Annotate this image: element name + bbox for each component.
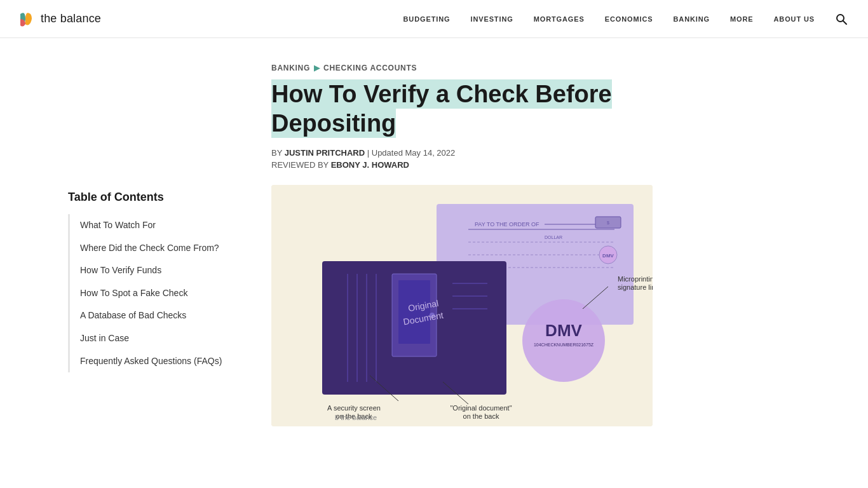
svg-text:DMV: DMV <box>545 321 582 340</box>
nav-more[interactable]: MORE <box>720 0 764 38</box>
svg-text:on the back: on the back <box>463 412 499 420</box>
toc-list: What To Watch For Where Did the Check Co… <box>68 214 246 372</box>
svg-text:$: $ <box>607 220 609 225</box>
svg-point-29 <box>522 299 605 382</box>
updated-date: | <box>367 148 372 158</box>
breadcrumb: BANKING ▶ CHECKING ACCOUNTS <box>271 64 800 72</box>
search-button[interactable] <box>830 8 853 30</box>
svg-text:b the balance: b the balance <box>335 414 377 421</box>
nav-investing[interactable]: INVESTING <box>460 0 523 38</box>
breadcrumb-arrow: ▶ <box>314 64 320 72</box>
breadcrumb-banking[interactable]: BANKING <box>271 64 310 72</box>
site-header: the balance BUDGETING INVESTING MORTGAGE… <box>0 0 868 38</box>
toc-item-3[interactable]: How To Verify Funds <box>70 259 246 282</box>
nav-banking[interactable]: BANKING <box>663 0 720 38</box>
page-container: Table of Contents What To Watch For Wher… <box>53 38 815 426</box>
article-illustration: PAY TO THE ORDER OF $ DOLLAR DMV <box>271 185 653 426</box>
content-area: Table of Contents What To Watch For Wher… <box>68 38 800 426</box>
nav-economics[interactable]: ECONOMICS <box>595 0 663 38</box>
article-title-text: How To Verify a Check Before Depositing <box>271 79 612 138</box>
nav-mortgages[interactable]: MORTGAGES <box>524 0 595 38</box>
logo-text: the balance <box>41 12 101 25</box>
nav-about-us[interactable]: ABOUT US <box>764 0 825 38</box>
toc-item-5[interactable]: A Database of Bad Checks <box>70 304 246 327</box>
sidebar: Table of Contents What To Watch For Wher… <box>68 64 246 426</box>
svg-line-2 <box>843 21 846 24</box>
svg-text:DMV: DMV <box>602 253 614 259</box>
svg-text:PAY TO THE ORDER OF: PAY TO THE ORDER OF <box>475 221 539 227</box>
svg-text:DOLLAR: DOLLAR <box>545 235 562 240</box>
check-illustration: PAY TO THE ORDER OF $ DOLLAR DMV <box>271 185 653 426</box>
logo-link[interactable]: the balance <box>15 9 101 29</box>
svg-text:A security screen: A security screen <box>327 404 381 412</box>
svg-text:signature line: signature line <box>618 283 653 291</box>
svg-text:104CHECKNUMBER021675Z: 104CHECKNUMBER021675Z <box>534 342 594 347</box>
reviewed-by: REVIEWED BY EBONY J. HOWARD <box>271 160 800 170</box>
toc-title: Table of Contents <box>68 191 246 204</box>
breadcrumb-checking[interactable]: CHECKING ACCOUNTS <box>323 64 417 72</box>
toc-item-4[interactable]: How To Spot a Fake Check <box>70 282 246 305</box>
author-link[interactable]: JUSTIN PRITCHARD <box>285 148 365 158</box>
logo-icon <box>15 9 36 29</box>
main-nav: BUDGETING INVESTING MORTGAGES ECONOMICS … <box>393 0 825 38</box>
reviewer-link[interactable]: EBONY J. HOWARD <box>331 160 409 170</box>
search-icon <box>835 13 848 25</box>
article-title: How To Verify a Check Before Depositing <box>271 80 653 138</box>
update-text: Updated May 14, 2022 <box>372 148 456 158</box>
toc-item-1[interactable]: What To Watch For <box>70 214 246 237</box>
nav-budgeting[interactable]: BUDGETING <box>393 0 461 38</box>
toc-item-6[interactable]: Just in Case <box>70 327 246 350</box>
byline: BY JUSTIN PRITCHARD | Updated May 14, 20… <box>271 148 800 158</box>
svg-text:"Original document": "Original document" <box>450 404 512 412</box>
toc-item-2[interactable]: Where Did the Check Come From? <box>70 237 246 260</box>
main-content: BANKING ▶ CHECKING ACCOUNTS How To Verif… <box>271 64 800 426</box>
toc-item-7[interactable]: Frequently Asked Questions (FAQs) <box>70 350 246 373</box>
svg-text:Microprinting on the: Microprinting on the <box>618 275 653 283</box>
